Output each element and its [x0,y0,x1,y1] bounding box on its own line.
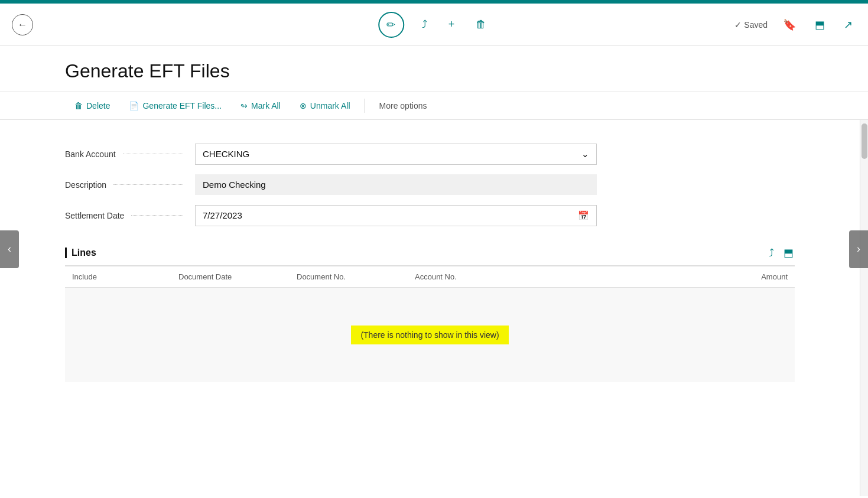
delete-action-button[interactable]: 🗑 Delete [65,92,119,119]
calendar-icon[interactable]: 📅 [578,210,589,221]
label-dots [123,154,183,154]
action-bar-divider [365,99,365,113]
scrollbar-thumb[interactable] [862,123,867,159]
settlement-date-field-wrapper: 7/27/2023 📅 [195,205,597,226]
delete-action-label: Delete [86,101,110,110]
settlement-date-label: Settlement Date [65,211,195,220]
expand-button[interactable]: ↗ [840,15,856,35]
popout-button[interactable]: ⬒ [811,15,828,35]
nav-previous-button[interactable]: ‹ [0,230,19,268]
edit-button[interactable]: ✏ [378,12,404,38]
share-button[interactable]: ⤴ [418,15,431,34]
lines-edit-button[interactable]: ⬒ [782,245,795,261]
delete-header-button[interactable]: 🗑 [472,15,490,34]
col-account-no: Account No. [408,272,538,281]
empty-message: (There is nothing to show in this view) [351,326,508,344]
expand-icon: ↗ [844,18,853,31]
mark-all-label: Mark All [251,101,281,110]
table-body: (There is nothing to show in this view) [65,288,795,382]
label-dots-2 [113,184,183,185]
settlement-date-row: Settlement Date 7/27/2023 📅 [65,200,795,231]
add-button[interactable]: + [445,15,459,34]
lines-icons: ⤴ ⬒ [768,245,795,261]
generate-eft-label: Generate EFT Files... [142,101,222,110]
check-icon: ✓ [734,20,742,30]
settlement-date-field[interactable]: 7/27/2023 📅 [195,205,597,226]
nav-next-button[interactable]: › [849,230,868,268]
bank-account-label: Bank Account [65,149,195,159]
table-header: Include Document Date Document No. Accou… [65,266,795,288]
lines-share-button[interactable]: ⤴ [768,245,775,261]
toolbar-right: ✓ Saved 🔖 ⬒ ↗ [734,15,856,35]
unmark-all-button[interactable]: ⊗ Unmark All [290,92,360,119]
description-row: Description Demo Checking [65,170,795,200]
bank-account-select[interactable]: CHECKING ⌄ [195,144,597,165]
bank-account-field-wrapper: CHECKING ⌄ [195,144,597,165]
description-label: Description [65,180,195,190]
col-document-date: Document Date [171,272,290,281]
header-toolbar: ← ✏ ⤴ + 🗑 ✓ Saved 🔖 ⬒ ↗ [0,4,868,46]
bookmark-button[interactable]: 🔖 [779,15,799,35]
bank-account-row: Bank Account CHECKING ⌄ [65,139,795,170]
page-title-section: Generate EFT Files [0,46,868,92]
mark-all-icon: ↬ [240,101,248,110]
lines-table: Include Document Date Document No. Accou… [65,266,795,382]
generate-eft-icon: 📄 [129,101,139,110]
back-button[interactable]: ← [12,14,33,35]
lines-edit-icon: ⬒ [784,247,794,259]
delete-action-icon: 🗑 [74,101,83,110]
chevron-down-icon: ⌄ [581,149,589,160]
lines-title: Lines [65,248,96,258]
lines-header: Lines ⤴ ⬒ [65,245,795,266]
bookmark-icon: 🔖 [783,18,796,31]
more-options-button[interactable]: More options [370,92,437,119]
col-amount: Amount [538,272,795,281]
main-content: Bank Account CHECKING ⌄ Description Demo… [0,120,868,496]
generate-eft-button[interactable]: 📄 Generate EFT Files... [119,92,231,119]
add-icon: + [448,18,455,31]
more-options-label: More options [379,101,427,110]
settlement-date-value: 7/27/2023 [203,210,242,220]
mark-all-button[interactable]: ↬ Mark All [231,92,290,119]
action-bar: 🗑 Delete 📄 Generate EFT Files... ↬ Mark … [0,92,868,120]
delete-header-icon: 🗑 [476,18,486,31]
form-area: Bank Account CHECKING ⌄ Description Demo… [0,120,860,496]
label-dots-3 [131,215,183,216]
page-title: Generate EFT Files [65,60,803,82]
unmark-all-label: Unmark All [310,101,350,110]
description-field: Demo Checking [195,174,597,195]
lines-share-icon: ⤴ [769,247,774,259]
col-include: Include [65,272,171,281]
share-icon: ⤴ [422,18,427,31]
description-field-wrapper: Demo Checking [195,174,597,195]
toolbar-center: ✏ ⤴ + 🗑 [378,12,490,38]
edit-icon: ✏ [386,18,395,31]
saved-label-text: Saved [744,20,768,30]
saved-status: ✓ Saved [734,20,768,30]
lines-section: Lines ⤴ ⬒ Include Document Date Document… [65,245,795,382]
scrollbar-track[interactable] [860,120,868,496]
col-document-no: Document No. [290,272,408,281]
unmark-all-icon: ⊗ [300,101,307,110]
popout-icon: ⬒ [815,18,825,31]
bank-account-value: CHECKING [203,149,249,159]
